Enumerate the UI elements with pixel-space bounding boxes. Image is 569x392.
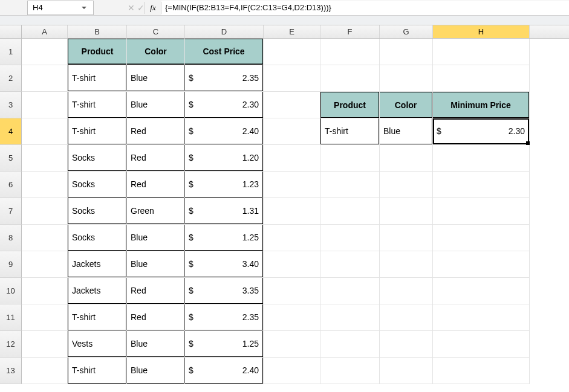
- cell-C6[interactable]: Red: [127, 172, 185, 198]
- row-header-3[interactable]: 3: [0, 92, 22, 118]
- cell-G12[interactable]: [380, 331, 433, 358]
- cell-D2[interactable]: $2.35: [185, 65, 264, 92]
- col-header-H[interactable]: H: [433, 25, 530, 38]
- cell-G3[interactable]: Color: [380, 92, 433, 118]
- cell-E6[interactable]: [264, 172, 320, 198]
- col-header-A[interactable]: A: [22, 25, 68, 38]
- cell-C4[interactable]: Red: [127, 118, 185, 145]
- cell-C7[interactable]: Green: [127, 198, 185, 225]
- cell-G11[interactable]: [380, 304, 433, 331]
- cell-A11[interactable]: [22, 304, 68, 331]
- cell-C3[interactable]: Blue: [127, 92, 185, 118]
- row-header-11[interactable]: 11: [0, 304, 22, 331]
- cell-B1[interactable]: Product: [68, 39, 127, 65]
- cell-B9[interactable]: Jackets: [68, 251, 127, 278]
- cell-C1[interactable]: Color: [127, 39, 185, 65]
- row-header-6[interactable]: 6: [0, 172, 22, 198]
- cell-C10[interactable]: Red: [127, 278, 185, 304]
- cell-D12[interactable]: $1.25: [185, 331, 264, 358]
- cell-F2[interactable]: [320, 65, 380, 92]
- cell-H12[interactable]: [433, 331, 530, 358]
- cell-F8[interactable]: [320, 225, 380, 251]
- cell-F3[interactable]: Product: [320, 92, 380, 118]
- row-header-1[interactable]: 1: [0, 39, 22, 65]
- cell-E11[interactable]: [264, 304, 320, 331]
- cell-F6[interactable]: [320, 172, 380, 198]
- col-header-F[interactable]: F: [320, 25, 380, 38]
- cell-E12[interactable]: [264, 331, 320, 358]
- cell-A5[interactable]: [22, 145, 68, 172]
- cell-C13[interactable]: Blue: [127, 358, 185, 384]
- row-header-9[interactable]: 9: [0, 251, 22, 278]
- cell-H7[interactable]: [433, 198, 530, 225]
- cell-H4[interactable]: $2.30: [433, 118, 530, 145]
- cell-H9[interactable]: [433, 251, 530, 278]
- cell-D6[interactable]: $1.23: [185, 172, 264, 198]
- col-header-C[interactable]: C: [127, 25, 185, 38]
- cell-A7[interactable]: [22, 198, 68, 225]
- row-header-10[interactable]: 10: [0, 278, 22, 304]
- cell-A6[interactable]: [22, 172, 68, 198]
- cell-D11[interactable]: $2.35: [185, 304, 264, 331]
- cell-D10[interactable]: $3.35: [185, 278, 264, 304]
- cell-B8[interactable]: Socks: [68, 225, 127, 251]
- cell-A10[interactable]: [22, 278, 68, 304]
- cell-G1[interactable]: [380, 39, 433, 65]
- select-all-corner[interactable]: [0, 25, 22, 38]
- cell-H11[interactable]: [433, 304, 530, 331]
- cell-A8[interactable]: [22, 225, 68, 251]
- cell-H8[interactable]: [433, 225, 530, 251]
- cell-E13[interactable]: [264, 358, 320, 384]
- row-header-12[interactable]: 12: [0, 331, 22, 358]
- cell-G13[interactable]: [380, 358, 433, 384]
- cell-B2[interactable]: T-shirt: [68, 65, 127, 92]
- cell-A9[interactable]: [22, 251, 68, 278]
- cell-C9[interactable]: Blue: [127, 251, 185, 278]
- cell-H2[interactable]: [433, 65, 530, 92]
- row-header-5[interactable]: 5: [0, 145, 22, 172]
- cell-F12[interactable]: [320, 331, 380, 358]
- cell-G7[interactable]: [380, 198, 433, 225]
- cell-D1[interactable]: Cost Price: [185, 39, 264, 65]
- col-header-G[interactable]: G: [380, 25, 433, 38]
- cell-E3[interactable]: [264, 92, 320, 118]
- cell-D7[interactable]: $1.31: [185, 198, 264, 225]
- cell-C5[interactable]: Red: [127, 145, 185, 172]
- cell-G5[interactable]: [380, 145, 433, 172]
- cell-H10[interactable]: [433, 278, 530, 304]
- cell-E7[interactable]: [264, 198, 320, 225]
- cell-G10[interactable]: [380, 278, 433, 304]
- cell-G6[interactable]: [380, 172, 433, 198]
- cell-E4[interactable]: [264, 118, 320, 145]
- cell-D4[interactable]: $2.40: [185, 118, 264, 145]
- cell-F10[interactable]: [320, 278, 380, 304]
- cell-E10[interactable]: [264, 278, 320, 304]
- cell-B12[interactable]: Vests: [68, 331, 127, 358]
- cell-H6[interactable]: [433, 172, 530, 198]
- row-header-2[interactable]: 2: [0, 65, 22, 92]
- cell-H5[interactable]: [433, 145, 530, 172]
- cell-E1[interactable]: [264, 39, 320, 65]
- cell-F7[interactable]: [320, 198, 380, 225]
- name-box[interactable]: H4: [27, 1, 94, 15]
- cell-G4[interactable]: Blue: [380, 118, 433, 145]
- cell-H13[interactable]: [433, 358, 530, 384]
- cell-E8[interactable]: [264, 225, 320, 251]
- cell-F4[interactable]: T-shirt: [320, 118, 380, 145]
- cell-E5[interactable]: [264, 145, 320, 172]
- cell-B5[interactable]: Socks: [68, 145, 127, 172]
- cell-D9[interactable]: $3.40: [185, 251, 264, 278]
- col-header-D[interactable]: D: [185, 25, 264, 38]
- cell-D13[interactable]: $2.40: [185, 358, 264, 384]
- cell-E9[interactable]: [264, 251, 320, 278]
- cell-F9[interactable]: [320, 251, 380, 278]
- cell-A3[interactable]: [22, 92, 68, 118]
- cell-F5[interactable]: [320, 145, 380, 172]
- cell-F11[interactable]: [320, 304, 380, 331]
- cell-A4[interactable]: [22, 118, 68, 145]
- cell-H1[interactable]: [433, 39, 530, 65]
- cell-G8[interactable]: [380, 225, 433, 251]
- cell-C11[interactable]: Red: [127, 304, 185, 331]
- row-header-8[interactable]: 8: [0, 225, 22, 251]
- cell-F13[interactable]: [320, 358, 380, 384]
